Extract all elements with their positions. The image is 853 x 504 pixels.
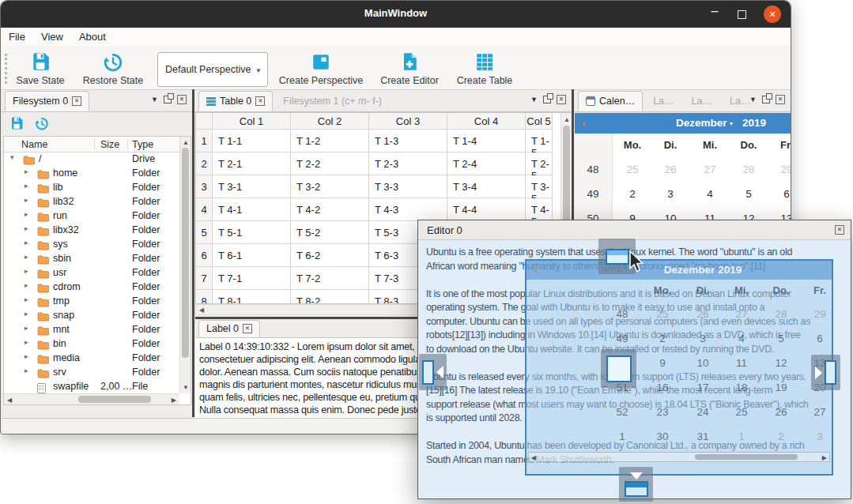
table-row-header[interactable]: 2 — [196, 152, 213, 175]
tabs-menu-icon[interactable]: ▼ — [151, 96, 158, 103]
table-cell[interactable]: T 1-3 — [369, 130, 447, 152]
calendar-day[interactable]: 4 — [693, 188, 727, 200]
expand-icon[interactable]: ▸ — [25, 210, 28, 218]
table-column-header[interactable]: Col 3 — [369, 113, 447, 130]
tree-row[interactable]: ▸libFolder — [4, 181, 179, 195]
table-cell[interactable]: T 1-2 — [291, 130, 369, 152]
restore-state-button[interactable]: Restore State — [75, 51, 151, 87]
table-cell[interactable]: T 2-2 — [291, 152, 369, 175]
close-panel-icon[interactable]: ✕ — [177, 95, 187, 104]
scroll-right-icon[interactable]: ▶ — [172, 397, 176, 404]
calendar-day[interactable]: 24 — [685, 406, 721, 418]
menu-file[interactable]: File — [1, 28, 33, 43]
calendar-day[interactable]: 17 — [685, 382, 721, 393]
expand-icon[interactable]: ▸ — [25, 367, 28, 374]
dock-indicator-left[interactable] — [419, 354, 447, 390]
calendar-day[interactable]: 1 — [723, 431, 760, 442]
table-cell[interactable]: T 3-5 — [526, 175, 553, 198]
table-row-header[interactable]: 3 — [196, 175, 213, 198]
calendar-day[interactable]: 19 — [763, 382, 799, 393]
table-cell[interactable]: T 3-3 — [369, 175, 447, 198]
toolbar-drag-handle[interactable] — [5, 54, 7, 84]
minimize-button[interactable]: – — [707, 4, 723, 18]
collapse-icon[interactable]: ▾ — [10, 153, 14, 161]
calendar-day[interactable]: 6 — [802, 333, 833, 344]
tree-row[interactable]: ▸lib32Folder — [4, 195, 179, 209]
table-cell[interactable]: T 6-1 — [213, 244, 291, 267]
undock-icon[interactable] — [543, 96, 551, 103]
splitter-handle[interactable] — [192, 89, 194, 417]
table-cell[interactable]: T 7-1 — [213, 267, 291, 290]
table-column-header[interactable]: Col 2 — [291, 113, 369, 130]
tabs-menu-icon[interactable]: ▼ — [749, 96, 757, 103]
tree-row[interactable]: ▸tmpFolder — [4, 295, 179, 309]
tree-row[interactable]: swapfile2,00 …File — [4, 380, 179, 393]
tab-table-0[interactable]: Table 0✕ — [198, 91, 273, 111]
close-editor-icon[interactable]: ✕ — [835, 225, 844, 235]
tree-row[interactable]: ▸mediaFolder — [4, 352, 179, 366]
perspective-select[interactable]: Default Perspective ▼ — [157, 52, 268, 87]
calendar-day[interactable]: 9 — [644, 357, 681, 369]
table-cell[interactable]: T 3-1 — [213, 175, 291, 198]
tabs-menu-icon[interactable]: ▼ — [530, 96, 538, 103]
editor-titlebar[interactable]: Editor 0 ✕ — [418, 220, 851, 240]
table-row-header[interactable]: 7 — [196, 267, 213, 290]
table-cell[interactable]: T 3-2 — [291, 175, 369, 198]
calendar-day[interactable]: 12 — [763, 357, 799, 369]
calendar-day[interactable]: 31 — [685, 431, 721, 442]
table-cell[interactable]: T 4-2 — [291, 198, 369, 221]
tree-header[interactable]: Name Size Type — [4, 137, 191, 152]
tree-row[interactable]: ▸homeFolder — [4, 167, 179, 181]
maximize-button[interactable] — [738, 10, 746, 19]
table-column-header[interactable]: Col 5 — [526, 113, 553, 130]
scroll-up-icon[interactable]: ▲ — [183, 139, 189, 146]
close-panel-icon[interactable]: ✕ — [557, 95, 566, 104]
column-type[interactable]: Type — [132, 139, 153, 150]
calendar-day[interactable]: 5 — [731, 188, 766, 200]
scrollbar-thumb[interactable] — [182, 148, 189, 358]
tree-vertical-scrollbar[interactable]: ▲ ▼ — [179, 137, 191, 393]
tab-close-icon[interactable]: ✕ — [243, 324, 252, 333]
calendar-day[interactable]: 3 — [802, 431, 833, 442]
expand-icon[interactable]: ▸ — [25, 224, 28, 232]
calendar-day[interactable]: 27 — [693, 164, 727, 175]
close-panel-icon[interactable]: ✕ — [776, 95, 785, 104]
create-editor-button[interactable]: Create Editor — [372, 51, 447, 87]
calendar-year[interactable]: 2019 — [742, 117, 766, 129]
calendar-month[interactable]: Dezember ▼ — [676, 117, 734, 129]
tree-horizontal-scrollbar[interactable]: ◀ ▶ — [4, 393, 179, 404]
scroll-down-icon[interactable]: ▼ — [183, 384, 189, 391]
table-cell[interactable]: T 1-1 — [213, 130, 291, 152]
calendar-day[interactable]: 26 — [653, 164, 688, 175]
calendar-day[interactable]: 25 — [723, 406, 760, 418]
tree-row[interactable]: ▸mntFolder — [4, 323, 179, 337]
expand-icon[interactable]: ▸ — [25, 295, 28, 303]
tree-row[interactable]: ▾/Drive — [4, 152, 179, 167]
calendar-day[interactable]: 23 — [644, 406, 681, 418]
create-table-button[interactable]: Create Table — [451, 51, 518, 87]
table-row-header[interactable]: 8 — [196, 290, 213, 304]
calendar-day[interactable]: 25 — [644, 308, 681, 320]
calendar-day[interactable]: 27 — [723, 308, 760, 320]
tab-calen-[interactable]: Calen… — [578, 91, 643, 111]
scroll-left-icon[interactable]: ◀ — [199, 307, 204, 314]
table-column-header[interactable]: Col 4 — [447, 113, 526, 130]
expand-icon[interactable]: ▸ — [25, 281, 28, 289]
table-cell[interactable]: T 7-2 — [291, 267, 369, 290]
table-cell[interactable]: T 2-1 — [213, 152, 291, 175]
create-perspective-button[interactable]: Create Perspective — [276, 51, 366, 87]
calendar-day[interactable]: 27 — [802, 406, 833, 418]
calendar-day[interactable]: 25 — [615, 164, 650, 175]
expand-icon[interactable]: ▸ — [25, 352, 28, 360]
tree-row[interactable]: ▸cdromFolder — [4, 280, 179, 295]
calendar-day[interactable]: 28 — [763, 308, 799, 320]
table-row-header[interactable]: 6 — [196, 244, 213, 267]
tab-label-0[interactable]: Label 0✕ — [198, 320, 260, 337]
history-icon[interactable] — [27, 119, 49, 133]
tree-row[interactable]: ▸usrFolder — [4, 266, 179, 280]
tree-row[interactable]: ▸sysFolder — [4, 238, 179, 252]
calendar-day[interactable]: 2 — [644, 333, 681, 344]
dock-indicator-right[interactable] — [811, 355, 840, 390]
expand-icon[interactable]: ▸ — [25, 239, 28, 246]
table-row-header[interactable]: 1 — [196, 130, 213, 152]
